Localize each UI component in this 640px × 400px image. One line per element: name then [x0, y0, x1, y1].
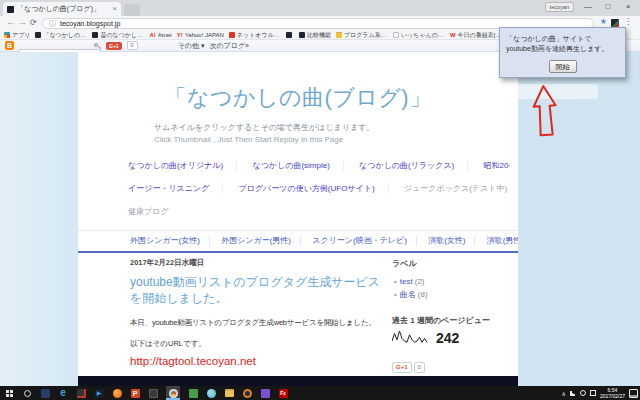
category-tab[interactable]: 演歌(男性) — [487, 236, 518, 246]
labels-list: •test(2) •曲名(8) — [394, 275, 428, 301]
taskbar-start-icon[interactable] — [4, 388, 14, 398]
play-icon: ▶ — [95, 389, 104, 398]
start-button[interactable]: 開始 — [549, 60, 577, 73]
bookmark-label: アプリ — [12, 32, 30, 39]
bookmark-label: 「なつかしの曲(操作卓)」 — [43, 32, 87, 39]
category-tabs: 外国シンガー(女性) 外国シンガー(男性) スクリーン(映画・テレビ) 演歌(女… — [78, 230, 518, 253]
windows-logo-icon — [6, 390, 13, 397]
bookmark-item[interactable]: 昔のなつかしの曲♪♪♪ — [92, 32, 144, 39]
taskbar-teal-app-icon[interactable] — [206, 388, 216, 398]
bookmark-item[interactable]: 比較機能 — [299, 32, 331, 39]
new-tab-button[interactable] — [124, 4, 140, 16]
tab-close-icon[interactable]: × — [112, 5, 117, 13]
labels-heading: ラベル — [392, 258, 514, 269]
action-center-icon[interactable] — [629, 389, 638, 398]
bookmark-star-icon[interactable]: ★ — [600, 17, 607, 26]
bookmark-label: プログラム系サイト — [344, 32, 388, 39]
bookmark-item[interactable] — [286, 32, 294, 38]
nav-link[interactable]: なつかしの曲(オリジナル) — [128, 160, 237, 171]
taskbar-purple-app-icon[interactable] — [260, 388, 270, 398]
label-link[interactable]: test — [400, 277, 413, 286]
gplus-share-count: 0 — [127, 41, 138, 50]
navbar-search[interactable] — [19, 41, 101, 50]
post-url-link[interactable]: http://tagtool.tecoyan.net — [130, 355, 256, 367]
purple-app-icon — [261, 389, 270, 398]
taskbar-green-app-icon[interactable] — [188, 388, 198, 398]
folder-icon — [336, 32, 342, 38]
pageviews-widget: 242 — [392, 329, 459, 347]
label-link[interactable]: 曲名 — [400, 290, 416, 299]
popup-notification: 「なつかしの曲」サイトで youtube動画を連続再生します。 開始 — [499, 27, 626, 78]
nav-link[interactable]: 昭和20~30年代 — [484, 160, 511, 171]
reload-icon[interactable]: ⟳ — [30, 18, 37, 27]
nav-link[interactable]: イージー・リスニング — [128, 183, 223, 194]
profile-badge[interactable]: tecoyan — [545, 2, 574, 12]
editor-icon — [77, 389, 86, 398]
bookmark-item[interactable]: W 今日の番組表[東京/… — [450, 32, 502, 39]
nav-link-disabled: 健康ブログ — [128, 206, 182, 217]
window-maximize-button[interactable]: □ — [600, 1, 616, 13]
browser-menu-icon[interactable]: ⋮ — [624, 17, 632, 26]
page-info-icon[interactable]: ⓘ — [49, 20, 56, 27]
bookmark-label: 今日の番組表[東京/… — [458, 32, 502, 39]
taskbar-dark-app-icon[interactable] — [148, 388, 158, 398]
taskbar-photos-app-icon[interactable] — [242, 388, 252, 398]
ime-icon[interactable] — [590, 390, 596, 396]
site-favicon-icon — [35, 32, 41, 38]
post-body-line: 以下はそのURLです。 — [130, 339, 206, 349]
navbar-next-blog-link[interactable]: 次のブログ» — [209, 42, 249, 50]
office-icon: P — [131, 389, 140, 398]
taskbar-media-player-icon[interactable]: ▶ — [94, 388, 104, 398]
taskbar-app-cube-icon[interactable] — [40, 388, 50, 398]
extension-icon[interactable] — [611, 19, 619, 27]
browser-tab[interactable]: 「なつかしの曲(ブログ)」 × — [3, 2, 121, 16]
nav-link[interactable]: なつかしの曲(simple) — [252, 160, 343, 171]
taskbar-cortana-search-icon[interactable] — [22, 388, 32, 398]
nav-link[interactable]: なつかしの曲(リラックス) — [359, 160, 468, 171]
pageviews-count: 242 — [436, 330, 459, 346]
taskbar-filezilla-icon[interactable]: Fz — [278, 388, 288, 398]
windows-taskbar: e ▶ P Fz — [0, 386, 640, 400]
bookmark-item[interactable]: いっちゃんのアルバム — [393, 32, 445, 39]
forward-icon[interactable]: → — [18, 17, 27, 27]
window-minimize-button[interactable]: — — [580, 1, 596, 13]
nav-link[interactable]: ブログパーツの使い方例(UFOサイト) — [239, 183, 389, 194]
bookmark-folder[interactable]: プログラム系サイト — [336, 32, 388, 39]
bookmark-item[interactable]: Y! Yahoo! JAPAN — [177, 32, 224, 39]
blogger-logo-icon[interactable]: B — [5, 41, 14, 50]
back-icon[interactable]: ← — [6, 17, 15, 27]
page-favicon-icon — [393, 32, 399, 38]
bookmark-item[interactable]: 「なつかしの曲(操作卓)」 — [35, 32, 87, 39]
blog-footer-strip — [78, 376, 518, 386]
category-tab[interactable]: スクリーン(映画・テレビ) — [312, 236, 417, 246]
taskbar-edge-icon[interactable]: e — [58, 388, 68, 398]
bookmark-item[interactable]: ネットオウル/メンバー管理 — [229, 32, 281, 39]
navbar-more-link[interactable]: その他 ▾ — [178, 42, 205, 50]
popup-text-line: 「なつかしの曲」サイトで — [506, 34, 619, 44]
volume-icon[interactable] — [580, 390, 586, 396]
label-item: •曲名(8) — [394, 288, 428, 301]
category-tab[interactable]: 演歌(女性) — [428, 236, 475, 246]
bookmark-apps[interactable]: アプリ — [4, 32, 30, 39]
swirl-icon — [243, 389, 252, 398]
taskbar-office-app-icon[interactable]: P — [130, 388, 140, 398]
tray-expand-icon[interactable]: ∧ — [562, 390, 566, 397]
taskbar-firefox-icon[interactable] — [112, 388, 122, 398]
category-tab[interactable]: 外国シンガー(女性) — [130, 236, 210, 246]
category-tab[interactable]: 外国シンガー(男性) — [221, 236, 301, 246]
gplus-share-button[interactable]: G+1 — [106, 42, 122, 50]
pageviews-heading: 過去 1 週間のページビュー — [392, 315, 490, 326]
window-close-button[interactable]: × — [620, 1, 636, 13]
taskbar-chrome-active-icon[interactable] — [166, 386, 180, 400]
taskbar-file-explorer-icon[interactable] — [224, 388, 234, 398]
site-favicon-icon — [286, 32, 292, 38]
red-arrow-annotation — [529, 84, 561, 138]
gplus-button[interactable]: G+1 — [392, 362, 412, 373]
gplus-widget: G+1 0 — [392, 362, 425, 373]
taskbar-text-editor-icon[interactable] — [76, 388, 86, 398]
post-title-link[interactable]: youtube動画リストのブログタグ生成サービスを開始しました。 — [130, 274, 388, 306]
blog-nav-row-3: 健康ブログ — [128, 206, 510, 217]
taskbar-clock[interactable]: 6:54 2017/02/27 — [600, 387, 625, 399]
bookmark-item[interactable]: A! Atnet — [149, 32, 171, 39]
network-icon[interactable] — [570, 390, 576, 396]
